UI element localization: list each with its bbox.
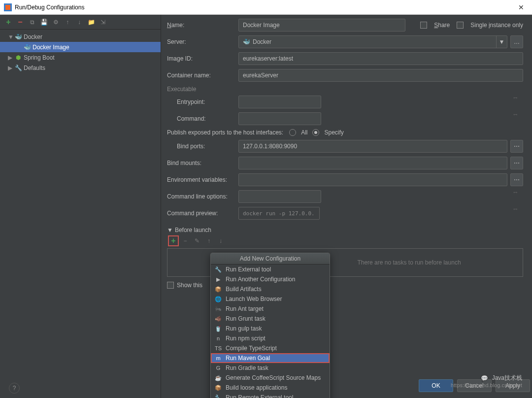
entrypoint-label: Entrypoint:: [167, 99, 238, 105]
server-value: Docker: [253, 38, 271, 45]
popup-item-label: Run External tool: [226, 266, 271, 273]
image-id-field[interactable]: [238, 52, 523, 65]
popup-item-3[interactable]: 🌐Launch Web Browser: [211, 294, 330, 304]
specify-radio[interactable]: [312, 129, 319, 136]
container-name-label: Container name:: [167, 72, 238, 79]
bind-ports-field[interactable]: [238, 140, 507, 153]
popup-item-12[interactable]: 📦Build loose applications: [211, 383, 330, 393]
settings-button[interactable]: ⚙: [51, 18, 60, 27]
name-field[interactable]: [238, 19, 405, 32]
tree-label: Docker: [24, 33, 42, 40]
popup-item-7[interactable]: nRun npm script: [211, 333, 330, 343]
publish-ports-label: Publish exposed ports to the host interf…: [167, 129, 283, 136]
popup-item-label: Run Ant target: [226, 305, 264, 312]
cancel-button[interactable]: Cancel: [457, 379, 492, 392]
cmd-options-field[interactable]: [238, 190, 321, 203]
preview-field: [238, 207, 320, 220]
popup-item-5[interactable]: 🐗Run Grunt task: [211, 314, 330, 324]
popup-item-icon: n: [215, 335, 222, 342]
tree-label: Spring Boot: [24, 54, 55, 61]
image-id-label: Image ID:: [167, 55, 238, 62]
remove-task-button[interactable]: −: [180, 235, 191, 246]
docker-icon: 🐳: [24, 44, 31, 51]
spring-icon: ⬢: [15, 54, 22, 61]
save-config-button[interactable]: 💾: [39, 18, 48, 27]
expand-icon[interactable]: ⤢: [508, 94, 523, 109]
popup-item-label: Run Maven Goal: [226, 355, 270, 362]
bind-ports-browse-button[interactable]: ⋯: [510, 140, 523, 153]
ok-button[interactable]: OK: [419, 379, 453, 392]
dialog-buttons: OK Cancel Apply: [419, 379, 530, 392]
add-config-button[interactable]: +: [4, 18, 13, 27]
expand-icon[interactable]: ⤢: [508, 111, 523, 126]
tree-label: Defaults: [24, 65, 45, 71]
popup-item-icon: 📦: [215, 286, 222, 293]
server-browse-button[interactable]: …: [510, 35, 523, 48]
entrypoint-field[interactable]: [238, 96, 321, 108]
popup-item-13[interactable]: 🔧Run Remote External tool: [211, 393, 330, 398]
app-icon: [4, 3, 12, 11]
popup-item-4[interactable]: 🐜Run Ant target: [211, 304, 330, 314]
specify-label: Specify: [324, 129, 343, 136]
move-task-down-button[interactable]: ↓: [215, 235, 226, 246]
command-label: Command:: [167, 115, 238, 122]
popup-item-9[interactable]: mRun Maven Goal: [211, 353, 330, 363]
remove-config-button[interactable]: −: [16, 18, 25, 27]
popup-item-2[interactable]: 📦Build Artifacts: [211, 284, 330, 294]
folder-button[interactable]: 📁: [87, 18, 96, 27]
close-button[interactable]: ✕: [514, 1, 528, 13]
docker-icon: 🐳: [15, 33, 22, 40]
popup-item-label: Run npm script: [226, 335, 266, 342]
bind-mounts-field[interactable]: [238, 157, 507, 169]
name-label: Name:: [167, 22, 238, 29]
env-vars-browse-button[interactable]: ⋯: [510, 173, 523, 186]
move-down-button[interactable]: ↓: [75, 18, 84, 27]
popup-item-label: Compile TypeScript: [226, 345, 277, 352]
popup-item-icon: 🔧: [215, 266, 222, 273]
popup-item-8[interactable]: TSCompile TypeScript: [211, 343, 330, 353]
popup-item-11[interactable]: ☕Generate CoffeeScript Source Maps: [211, 373, 330, 383]
tree-item-docker-image[interactable]: 🐳 Docker Image: [0, 42, 161, 52]
add-task-button[interactable]: +: [168, 235, 179, 246]
window-title: Run/Debug Configurations: [15, 4, 84, 11]
move-task-up-button[interactable]: ↑: [203, 235, 214, 246]
show-page-label: Show this: [177, 282, 202, 289]
popup-item-label: Generate CoffeeScript Source Maps: [226, 374, 321, 381]
help-button[interactable]: ?: [9, 383, 20, 394]
command-field[interactable]: [238, 112, 321, 125]
copy-config-button[interactable]: ⧉: [28, 18, 36, 27]
expand-icon[interactable]: ⤢: [508, 189, 523, 204]
container-name-field[interactable]: [238, 69, 523, 82]
popup-item-label: Build Artifacts: [226, 286, 262, 293]
popup-item-6[interactable]: 🥤Run gulp task: [211, 324, 330, 333]
bind-mounts-browse-button[interactable]: ⋯: [510, 157, 523, 169]
env-vars-field[interactable]: [238, 173, 507, 186]
expand-icon[interactable]: ⤢: [508, 205, 523, 221]
popup-item-icon: 🐜: [215, 305, 222, 312]
apply-button[interactable]: Apply: [496, 379, 530, 392]
tree-item-spring-boot[interactable]: ▶ ⬢ Spring Boot: [0, 52, 161, 63]
popup-item-1[interactable]: ▶Run Another Configuration: [211, 274, 330, 284]
server-label: Server:: [167, 38, 238, 45]
bind-mounts-label: Bind mounts:: [167, 160, 238, 166]
edit-task-button[interactable]: ✎: [192, 235, 202, 246]
tree-item-defaults[interactable]: ▶ 🔧 Defaults: [0, 63, 161, 73]
tree-label: Docker Image: [33, 44, 69, 51]
before-launch-header[interactable]: ▼ Before launch: [167, 227, 523, 233]
show-page-checkbox[interactable]: [167, 282, 174, 289]
server-dropdown[interactable]: 🐳 Docker ▼: [238, 35, 507, 48]
share-checkbox[interactable]: [420, 22, 427, 29]
all-radio[interactable]: [289, 129, 296, 136]
sidebar: + − ⧉ 💾 ⚙ ↑ ↓ 📁 ⇲ ▼ 🐳 Docker 🐳 Docker Im…: [0, 15, 161, 398]
move-up-button[interactable]: ↑: [63, 18, 72, 27]
sidebar-toolbar: + − ⧉ 💾 ⚙ ↑ ↓ 📁 ⇲: [0, 15, 161, 30]
single-instance-checkbox[interactable]: [457, 22, 464, 29]
expand-arrow-icon: ▼: [8, 33, 13, 40]
tree-item-docker[interactable]: ▼ 🐳 Docker: [0, 32, 161, 42]
popup-item-icon: 🔧: [215, 394, 222, 398]
popup-item-0[interactable]: 🔧Run External tool: [211, 265, 330, 274]
popup-item-10[interactable]: GRun Gradle task: [211, 363, 330, 373]
config-tree: ▼ 🐳 Docker 🐳 Docker Image ▶ ⬢ Spring Boo…: [0, 30, 161, 378]
collapse-button[interactable]: ⇲: [99, 18, 107, 27]
executable-section-label: Executable: [167, 86, 523, 93]
